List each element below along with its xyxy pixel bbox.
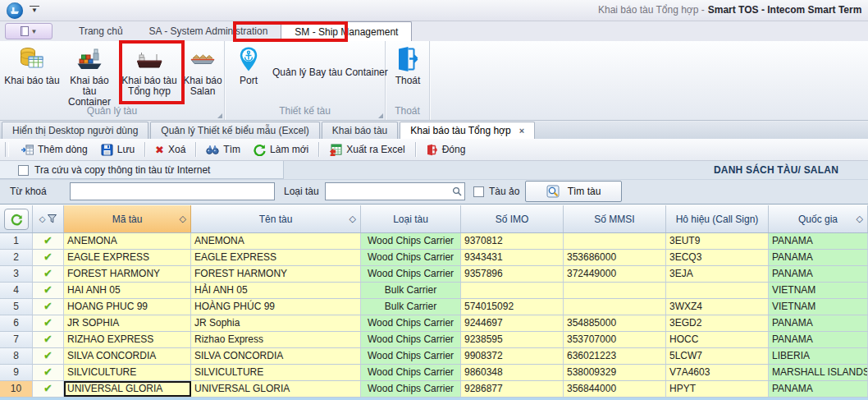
row-number[interactable]: 9 [0,365,33,380]
row-active-cell[interactable]: ✔ [33,250,64,265]
cell-so-mmsi[interactable] [564,233,666,249]
cell-ma-tau[interactable]: JR SOPHIA [64,315,191,331]
doc-tab-quan-ly-thiet-ke-bieu-mau[interactable]: Quản lý Thiết kế biểu mẫu (Excel) [150,122,320,139]
khai-bao-salan-button[interactable]: Khai báo Salan [182,43,223,108]
cell-quoc-gia[interactable]: PANAMA [769,250,868,265]
keyword-input[interactable] [70,182,275,200]
toolbar-grip[interactable] [5,142,9,157]
row-number[interactable]: 7 [0,332,33,347]
cell-ho-hieu[interactable]: 5LCW7 [666,348,769,364]
cell-quoc-gia[interactable]: PANAMA [769,266,868,282]
cell-quoc-gia[interactable]: PANAMA [769,332,868,347]
ship-type-input[interactable] [325,182,465,200]
cell-quoc-gia[interactable]: LIBERIA [769,348,868,364]
cell-ma-tau[interactable]: RIZHAO EXPRESS [64,332,191,347]
cell-ten-tau[interactable]: SILVICULTURE [191,365,361,380]
xoa-button[interactable]: ✖ Xoá [148,141,192,158]
cell-so-mmsi[interactable]: 354885000 [564,315,666,331]
cell-so-mmsi[interactable]: 636021223 [564,348,666,364]
cell-so-imo[interactable]: 9860348 [461,365,564,380]
row-active-cell[interactable]: ✔ [33,266,64,282]
ribbon-tab-trang-chu[interactable]: Trang chủ [66,21,136,41]
cell-loai-tau[interactable]: Bulk Carrier [361,299,461,315]
cell-ho-hieu[interactable]: 3EUT9 [666,233,769,249]
luu-button[interactable]: Lưu [94,141,141,159]
doc-tab-khai-bao-tau-tong-hop[interactable]: Khai báo tàu Tổng hợp× [400,122,535,139]
cell-loai-tau[interactable]: Wood Chips Carrier [361,250,461,265]
dialog-launcher-icon[interactable] [217,113,222,118]
cell-so-mmsi[interactable]: 372449000 [564,266,666,282]
row-active-cell[interactable]: ✔ [33,365,64,380]
cell-ho-hieu[interactable]: 3EGD2 [666,315,769,331]
cell-loai-tau[interactable]: Wood Chips Carrier [361,233,461,249]
cell-loai-tau[interactable]: Wood Chips Carrier [361,332,461,347]
cell-ten-tau[interactable]: EAGLE EXPRESS [191,250,361,265]
cell-ma-tau[interactable]: FOREST HARMONY [64,266,191,282]
port-button[interactable]: Port [230,43,267,86]
internet-lookup-checkbox[interactable] [18,165,29,176]
close-icon[interactable]: × [519,126,524,136]
row-number[interactable]: 2 [0,250,33,265]
cell-quoc-gia[interactable]: PANAMA [769,233,868,249]
cell-so-mmsi[interactable]: 538009329 [564,365,666,380]
row-number[interactable]: 6 [0,315,33,331]
doc-tab-khai-bao-tau[interactable]: Khai báo tàu [322,122,398,139]
cell-ho-hieu[interactable]: 3WXZ4 [666,299,769,315]
cell-ma-tau[interactable]: SILVA CONCORDIA [64,348,191,364]
header-ten-tau[interactable]: Tên tàu◇ [191,205,361,232]
cell-ma-tau[interactable]: SILVICULTURE [64,365,191,380]
row-active-cell[interactable]: ✔ [33,233,64,249]
dong-button[interactable]: Đóng [419,141,473,159]
cell-so-mmsi[interactable]: 353707000 [564,332,666,347]
quick-access-dropdown-icon[interactable]: ▼ [30,6,39,15]
cell-ten-tau[interactable]: UNIVERSAL GLORIA [191,381,361,397]
cell-ho-hieu[interactable]: 3EJA [666,266,769,282]
cell-loai-tau[interactable]: Wood Chips Carrier [361,365,461,380]
cell-quoc-gia[interactable]: PANAMA [769,315,868,331]
row-number[interactable]: 3 [0,266,33,282]
header-ma-tau[interactable]: Mã tàu◇ [64,205,191,232]
header-loai-tau[interactable]: Loại tàu [361,205,461,232]
cell-ma-tau[interactable]: UNIVERSAL GLORIA [64,381,191,397]
cell-loai-tau[interactable]: Wood Chips Carrier [361,315,461,331]
cell-loai-tau[interactable]: Bulk Carrier [361,283,461,298]
cell-ma-tau[interactable]: ANEMONA [64,233,191,249]
cell-ten-tau[interactable]: SILVA CONCORDIA [191,348,361,364]
cell-ma-tau[interactable]: HAI ANH 05 [64,283,191,298]
cell-ma-tau[interactable]: EAGLE EXPRESS [64,250,191,265]
cell-quoc-gia[interactable]: MARSHALL ISLANDS [769,365,868,380]
grid-refresh-button[interactable] [4,209,29,230]
cell-ma-tau[interactable]: HOANG PHUC 99 [64,299,191,315]
cell-ten-tau[interactable]: FOREST HARMONY [191,266,361,282]
doc-tab-hien-thi-desktop[interactable]: Hiển thị Desktop người dùng [2,122,148,139]
cell-ten-tau[interactable]: Rizhao Express [191,332,361,347]
khai-bao-tau-button[interactable]: Khai báo tàu [2,43,62,108]
cell-ho-hieu[interactable]: HOCC [666,332,769,347]
cell-so-imo[interactable]: 9370812 [461,233,564,249]
header-ho-hieu[interactable]: Hô hiệu (Call Sign) [666,205,769,232]
cell-so-imo[interactable]: 9244697 [461,315,564,331]
row-number[interactable]: 8 [0,348,33,364]
cell-ho-hieu[interactable] [666,283,769,298]
cell-so-mmsi[interactable]: 356844000 [564,381,666,397]
cell-ho-hieu[interactable]: 3ECQ3 [666,250,769,265]
cell-ho-hieu[interactable]: HPYT [666,381,769,397]
lam-moi-button[interactable]: Làm mới [247,141,315,159]
row-active-cell[interactable]: ✔ [33,283,64,298]
cell-ten-tau[interactable]: ANEMONA [191,233,361,249]
cell-loai-tau[interactable]: Wood Chips Carrier [361,381,461,397]
them-dong-button[interactable]: Thêm dòng [14,141,94,159]
xuat-ra-excel-button[interactable]: Xuất ra Excel [322,141,411,159]
cell-so-mmsi[interactable] [564,283,666,298]
row-active-cell[interactable]: ✔ [33,332,64,347]
row-number[interactable]: 1 [0,233,33,249]
header-so-mmsi[interactable]: Số MMSI [564,205,666,232]
cell-ho-hieu[interactable]: V7A4603 [666,365,769,380]
cell-so-imo[interactable]: 574015092 [461,299,564,315]
cell-ten-tau[interactable]: HẢI ANH 05 [191,283,361,298]
header-so-imo[interactable]: Số IMO [461,205,564,232]
cell-so-imo[interactable]: 9238595 [461,332,564,347]
cell-so-mmsi[interactable]: 353686000 [564,250,666,265]
application-menu-button[interactable]: ▼ [5,23,53,39]
cell-so-mmsi[interactable] [564,299,666,315]
